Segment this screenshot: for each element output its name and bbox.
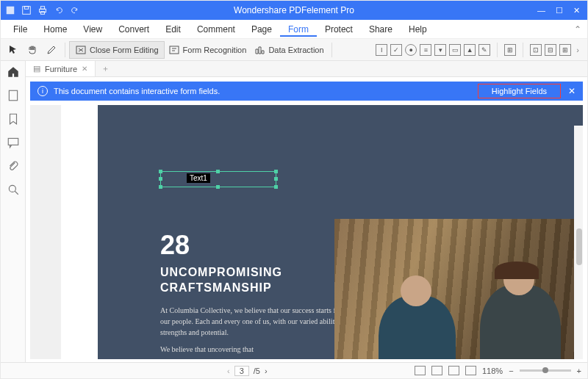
tab-furniture[interactable]: ▤ Furniture ✕ [26,61,96,76]
form-recognition-button[interactable]: Form Recognition [165,42,251,58]
print-icon[interactable] [37,5,48,15]
edit-tool[interactable] [42,42,61,58]
view-facing-continuous-icon[interactable] [465,366,476,375]
tab-label: Furniture [45,65,77,73]
resize-handle[interactable] [274,170,278,173]
resize-handle[interactable] [274,177,278,181]
pdf-page: Text1 28 UNCOMPROMISING CRAFTSMANSHIP At… [98,105,583,359]
document-canvas[interactable]: Text1 28 UNCOMPROMISING CRAFTSMANSHIP At… [30,105,583,359]
tab-doc-icon: ▤ [33,64,40,73]
resize-handle[interactable] [159,185,162,189]
text-form-field[interactable]: Text1 [160,171,276,187]
resize-handle[interactable] [159,177,162,181]
view-continuous-icon[interactable] [431,366,442,375]
info-icon: i [37,86,48,96]
photo-figure [379,296,456,359]
zoom-slider[interactable] [520,369,571,372]
comments-icon[interactable] [7,136,20,149]
app-logo-icon [5,5,15,15]
menu-form[interactable]: Form [280,22,317,37]
menu-convert[interactable]: Convert [110,22,157,37]
toolbar: Close Form Editing Form Recognition Data… [1,39,587,61]
next-page-icon[interactable]: › [265,367,268,375]
tab-close-icon[interactable]: ✕ [82,65,87,73]
svg-rect-1 [23,7,31,15]
thumbnails-icon[interactable] [7,89,20,102]
listbox-tool[interactable]: ≡ [420,44,431,56]
text-field-tool[interactable]: I [376,44,387,56]
form-field-label: Text1 [187,173,210,183]
image-tool[interactable]: ▲ [464,44,476,56]
save-icon[interactable] [21,5,32,15]
title-bar: Wondershare PDFelement Pro — ☐ ✕ [1,1,587,20]
attachments-icon[interactable] [7,159,20,173]
close-form-editing-button[interactable]: Close Form Editing [69,41,165,59]
page-current[interactable]: 3 [234,366,249,376]
prev-page-icon[interactable]: ‹ [227,367,230,375]
menu-file[interactable]: File [5,22,35,37]
page-number-display: 28 [160,230,359,261]
vertical-scrollbar[interactable] [574,126,583,359]
close-window-icon[interactable]: ✕ [573,6,580,15]
collapse-ribbon-icon[interactable]: ⌃ [574,24,581,35]
menu-help[interactable]: Help [401,22,435,37]
checkbox-tool[interactable]: ✓ [390,44,402,56]
data-extraction-button[interactable]: Data Extraction [250,42,327,58]
banner-message: This document contains interactive form … [54,87,220,95]
redo-icon[interactable] [70,5,80,15]
maximize-icon[interactable]: ☐ [556,6,563,15]
more-tool-c[interactable]: ⊞ [559,44,571,56]
page-content: 28 UNCOMPROMISING CRAFTSMANSHIP At Colum… [160,230,359,355]
menu-home[interactable]: Home [35,22,75,37]
zoom-in-icon[interactable]: + [577,367,581,375]
home-icon[interactable] [7,65,20,79]
new-tab-button[interactable]: ＋ [96,63,115,74]
toolbar-scroll-icon[interactable]: › [574,46,581,54]
svg-rect-8 [9,90,17,101]
dropdown-tool[interactable]: ▾ [434,44,446,56]
page-heading: UNCOMPROMISING CRAFTSMANSHIP [160,265,359,296]
banner-close-icon[interactable]: ✕ [568,86,576,96]
hand-icon [26,44,38,56]
resize-handle[interactable] [159,170,162,173]
menu-comment[interactable]: Comment [189,22,243,37]
close-form-icon [75,44,87,56]
resize-handle[interactable] [216,170,220,173]
menu-edit[interactable]: Edit [157,22,189,37]
svg-rect-7 [170,46,179,54]
svg-rect-0 [7,7,15,15]
menu-share[interactable]: Share [361,22,401,37]
highlight-fields-button[interactable]: Highlight Fields [478,84,561,98]
zoom-value[interactable]: 118% [482,367,503,375]
search-icon[interactable] [7,183,20,196]
menu-view[interactable]: View [75,22,110,37]
signature-tool[interactable]: ✎ [478,44,490,56]
form-alignment-tool[interactable]: ⊞ [504,44,516,56]
hand-tool[interactable] [23,42,42,58]
select-tool[interactable] [4,42,23,58]
view-single-icon[interactable] [415,366,426,375]
status-bar: ‹ 3 /5 › 118% − + [1,362,587,378]
menu-protect[interactable]: Protect [317,22,361,37]
resize-handle[interactable] [274,185,278,189]
scrollbar-thumb[interactable] [576,228,582,265]
zoom-out-icon[interactable]: − [509,367,513,375]
extraction-icon [254,44,265,56]
undo-icon[interactable] [54,5,64,15]
page-paragraph: At Columbia Collective, we believe that … [160,305,359,338]
resize-handle[interactable] [216,185,220,189]
page-total: /5 [254,367,260,375]
button-tool[interactable]: ▭ [449,44,461,56]
cursor-icon [7,44,19,56]
bookmarks-icon[interactable] [7,112,20,126]
edit-icon [46,44,57,56]
document-tabs: ▤ Furniture ✕ ＋ [26,61,587,77]
more-tool-b[interactable]: ⊟ [545,44,556,56]
view-facing-icon[interactable] [448,366,459,375]
zoom-slider-thumb[interactable] [542,367,548,373]
more-tool-a[interactable]: ⊡ [530,44,542,56]
menu-page[interactable]: Page [243,22,280,37]
svg-rect-4 [40,7,44,10]
minimize-icon[interactable]: — [537,6,545,15]
radio-tool[interactable]: ● [405,44,417,56]
